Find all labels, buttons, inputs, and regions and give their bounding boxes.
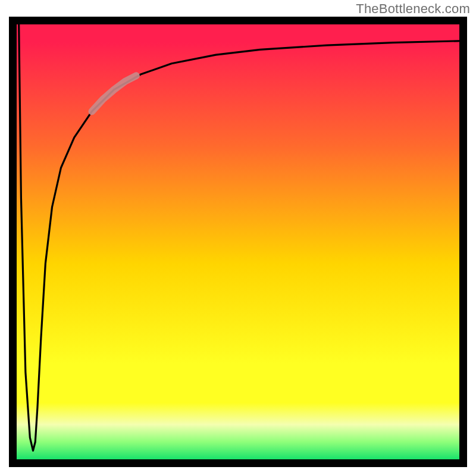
bottleneck-curve bbox=[19, 24, 459, 450]
chart-plot-area bbox=[9, 17, 467, 467]
highlight-segment bbox=[92, 76, 136, 111]
attribution-text: TheBottleneck.com bbox=[356, 1, 470, 17]
chart-svg bbox=[17, 24, 459, 459]
